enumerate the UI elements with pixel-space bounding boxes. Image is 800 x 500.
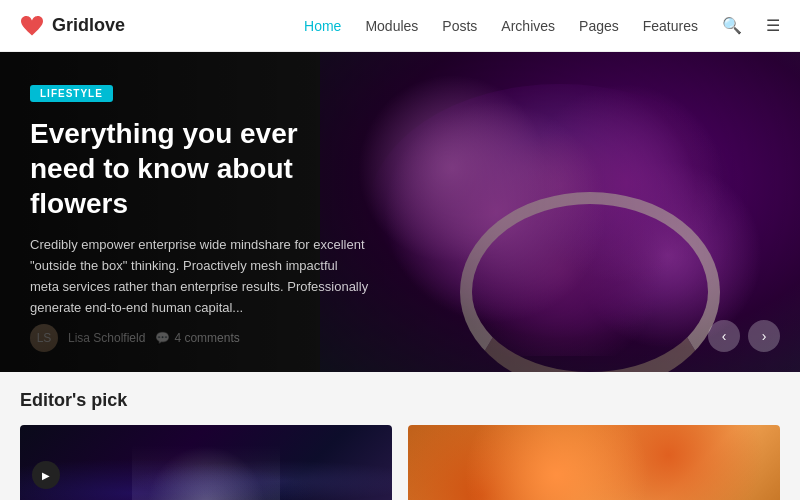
nav-pages[interactable]: Pages	[579, 18, 619, 34]
hero-excerpt: Credibly empower enterprise wide mindsha…	[30, 235, 370, 318]
main-nav: Home Modules Posts Archives Pages Featur…	[304, 16, 780, 35]
editors-pick-title: Editor's pick	[20, 390, 780, 411]
nav-modules[interactable]: Modules	[365, 18, 418, 34]
hero-title: Everything you ever need to know about f…	[30, 116, 370, 221]
hero-prev-button[interactable]: ‹	[708, 320, 740, 352]
card-technology-thumbnail	[408, 425, 780, 500]
editors-pick-section: Editor's pick ▶ ENTERTAINMENT Are rock c…	[0, 372, 800, 500]
search-icon[interactable]: 🔍	[722, 16, 742, 35]
logo-text: Gridlove	[52, 15, 125, 36]
nav-posts[interactable]: Posts	[442, 18, 477, 34]
logo-icon	[20, 14, 44, 38]
card-concert: ▶ ENTERTAINMENT Are rock concerts really…	[20, 425, 392, 500]
card-concert-thumbnail: ▶	[20, 425, 392, 500]
nav-home[interactable]: Home	[304, 18, 341, 34]
cards-row: ▶ ENTERTAINMENT Are rock concerts really…	[20, 425, 780, 500]
hero-section: LIFESTYLE Everything you ever need to kn…	[0, 52, 800, 372]
card-technology: TECHNOLOGY The world needs true geniuses…	[408, 425, 780, 500]
nav-features[interactable]: Features	[643, 18, 698, 34]
header: Gridlove Home Modules Posts Archives Pag…	[0, 0, 800, 52]
play-button[interactable]: ▶	[32, 461, 60, 489]
logo[interactable]: Gridlove	[20, 14, 125, 38]
menu-icon[interactable]: ☰	[766, 16, 780, 35]
hero-navigation: ‹ ›	[708, 320, 780, 352]
nav-archives[interactable]: Archives	[501, 18, 555, 34]
hero-category-badge[interactable]: LIFESTYLE	[30, 85, 113, 102]
hero-next-button[interactable]: ›	[748, 320, 780, 352]
hero-content: LIFESTYLE Everything you ever need to kn…	[0, 52, 400, 372]
